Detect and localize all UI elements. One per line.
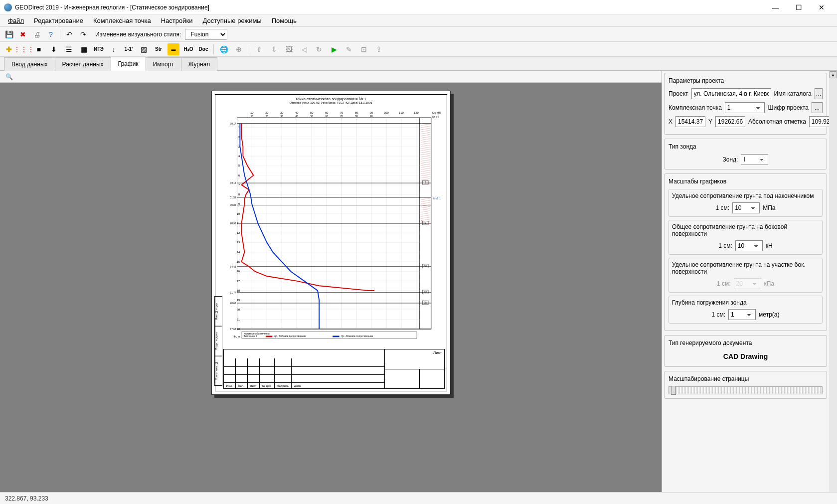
help-icon[interactable]: ?: [45, 28, 57, 40]
hatch-icon[interactable]: ▨: [138, 43, 150, 55]
close-button[interactable]: ✕: [810, 0, 833, 15]
svg-line-111: [420, 147, 430, 148]
svg-text:15: 15: [236, 260, 239, 263]
ige-icon[interactable]: ИГЭ: [93, 43, 105, 55]
svg-text:12: 12: [236, 231, 239, 234]
svg-text:60: 60: [325, 111, 328, 114]
square-icon[interactable]: ■: [33, 43, 45, 55]
arrow-down2-icon: ⇩: [268, 43, 280, 55]
ruler-icon[interactable]: ▬: [167, 43, 179, 55]
svg-text:120: 120: [414, 111, 419, 114]
str-icon[interactable]: Str: [153, 43, 165, 55]
play-icon[interactable]: ▶: [328, 43, 340, 55]
slider-thumb[interactable]: [671, 386, 676, 395]
svg-text:94.42: 94.42: [230, 266, 236, 268]
svg-line-127: [420, 177, 430, 178]
target-icon: ⊕: [233, 43, 245, 55]
svg-line-119: [420, 162, 430, 163]
svg-text:Qs - Боковое сопротивление: Qs - Боковое сопротивление: [341, 335, 373, 337]
tab-graph[interactable]: График: [111, 57, 146, 71]
svg-line-112: [420, 149, 430, 150]
menu-modes[interactable]: Доступные режимы: [197, 15, 266, 26]
menubar: Файл Редактирование Комплексная точка На…: [0, 15, 837, 27]
svg-text:Н, м: Н, м: [234, 335, 239, 338]
svg-text:Qs  МПа: Qs МПа: [432, 111, 440, 114]
cipher-browse-button[interactable]: …: [812, 102, 823, 113]
svg-line-101: [420, 127, 430, 129]
tip-scale-select[interactable]: 10: [732, 202, 760, 213]
svg-text:90: 90: [370, 115, 373, 118]
delete-icon[interactable]: ✖: [17, 28, 29, 40]
svg-line-131: [420, 197, 430, 199]
menu-help[interactable]: Помощь: [267, 15, 302, 26]
svg-line-104: [420, 133, 430, 135]
save-icon[interactable]: 💾: [3, 28, 15, 40]
point-select[interactable]: 1: [725, 102, 765, 113]
svg-text:70: 70: [340, 115, 343, 118]
minimize-button[interactable]: —: [764, 0, 787, 15]
chart-svg: 1020304050607080901001101201020304050607…: [230, 107, 441, 341]
graph-toolbar: 🔍: [0, 71, 662, 83]
h2o-icon[interactable]: H₂O: [182, 43, 194, 55]
section-icon[interactable]: 1-1': [123, 43, 135, 55]
svg-line-140: [420, 213, 430, 214]
tab-journal[interactable]: Журнал: [181, 57, 218, 71]
maximize-button[interactable]: ☐: [787, 0, 810, 15]
grid-icon[interactable]: ⋮⋮⋮: [18, 43, 30, 55]
side-scale-select[interactable]: 10: [735, 240, 763, 251]
point-label: Комплексная точка: [669, 104, 722, 111]
menu-file[interactable]: Файл: [3, 15, 29, 26]
tab-calc[interactable]: Расчет данных: [55, 57, 111, 71]
group-title: Тип зонда: [669, 143, 823, 150]
undo-icon[interactable]: ↶: [63, 28, 75, 40]
svg-text:7: 7: [238, 183, 239, 186]
svg-text:50: 50: [310, 111, 313, 114]
list-icon[interactable]: ☰: [63, 43, 75, 55]
group-doc-type: Тип генерируемого документа CAD Drawing: [664, 335, 827, 367]
svg-line-120: [420, 164, 430, 165]
svg-line-134: [420, 203, 430, 205]
svg-line-133: [420, 201, 430, 203]
menu-settings[interactable]: Настройки: [156, 15, 198, 26]
drawing-paper[interactable]: Точка статического зондирования № 1 Отме…: [211, 91, 451, 395]
project-input[interactable]: [691, 88, 771, 99]
style-select[interactable]: Fusion: [185, 29, 227, 40]
y-input[interactable]: [715, 116, 745, 127]
doc-type-value: CAD Drawing: [669, 350, 823, 362]
tab-input[interactable]: Ввод данных: [4, 57, 55, 71]
svg-line-103: [420, 131, 430, 133]
svg-text:100: 100: [384, 111, 389, 114]
svg-line-114: [420, 152, 430, 154]
depth-scale-select[interactable]: 1: [728, 309, 756, 320]
svg-line-122: [420, 168, 430, 169]
reload-icon: ↻: [313, 43, 325, 55]
download-icon[interactable]: ⬇: [48, 43, 60, 55]
svg-text:98.92: 98.92: [230, 222, 236, 225]
picture-icon: 🖼: [283, 43, 295, 55]
tab-import[interactable]: Импорт: [146, 57, 181, 71]
svg-text:40: 40: [295, 115, 298, 118]
drawing-stamp: Лист Изм. Кол. Лист № док. Подпись Дата: [223, 349, 445, 389]
x-input[interactable]: [675, 116, 705, 127]
menu-edit[interactable]: Редактирование: [29, 15, 88, 26]
svg-text:103.12: 103.12: [230, 182, 236, 184]
svg-text:80: 80: [354, 111, 357, 114]
svg-text:90: 90: [369, 111, 372, 114]
scrollbar[interactable]: ▲: [829, 71, 837, 492]
arrow-down-icon[interactable]: ↓: [108, 43, 120, 55]
doc-icon[interactable]: Doc: [197, 43, 209, 55]
page-scale-slider[interactable]: [669, 386, 823, 394]
table-icon[interactable]: ▦: [78, 43, 90, 55]
probe-select[interactable]: I: [741, 154, 768, 165]
redo-icon[interactable]: ↷: [77, 28, 89, 40]
x-label: X: [669, 118, 672, 125]
app-icon: [4, 3, 12, 11]
print-icon[interactable]: 🖨: [31, 28, 43, 40]
scroll-up-icon[interactable]: ▲: [830, 71, 837, 78]
svg-line-115: [420, 154, 430, 156]
globe-icon[interactable]: 🌐: [218, 43, 230, 55]
statusbar: 322.867, 93.233: [0, 492, 837, 504]
zoom-icon[interactable]: 🔍: [3, 71, 15, 83]
menu-complex-point[interactable]: Комплексная точка: [88, 15, 156, 26]
catalog-browse-button[interactable]: …: [815, 88, 823, 99]
